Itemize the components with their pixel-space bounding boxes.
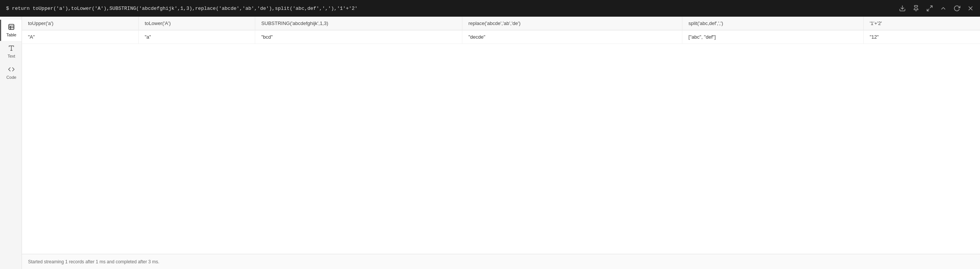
data-panel: toUpper('a') toLower('A') SUBSTRING('abc… [22, 17, 980, 269]
cell-replace: "decde" [462, 30, 682, 44]
cell-substring: "bcd" [255, 30, 462, 44]
table-container[interactable]: toUpper('a') toLower('A') SUBSTRING('abc… [22, 17, 980, 254]
svg-line-2 [931, 6, 932, 8]
top-bar-actions [899, 5, 974, 12]
table-icon [8, 24, 15, 31]
expand-icon[interactable] [926, 5, 933, 12]
sidebar-code-label: Code [6, 75, 16, 80]
sidebar-item-table[interactable]: Table [0, 20, 22, 41]
status-bar: Started streaming 1 records after 1 ms a… [22, 254, 980, 269]
col-header-toLower: toLower('A') [138, 17, 255, 30]
results-table: toUpper('a') toLower('A') SUBSTRING('abc… [22, 17, 980, 44]
sidebar-item-code[interactable]: Code [0, 62, 22, 83]
sidebar-table-label: Table [6, 33, 16, 37]
col-header-split: split('abc,def',',') [682, 17, 864, 30]
cell-toUpper: "A" [22, 30, 138, 44]
cell-split: ["abc", "def"] [682, 30, 864, 44]
table-header-row: toUpper('a') toLower('A') SUBSTRING('abc… [22, 17, 980, 30]
col-header-replace: replace('abcde','ab','de') [462, 17, 682, 30]
col-header-toUpper: toUpper('a') [22, 17, 138, 30]
cell-concat: "12" [863, 30, 980, 44]
sidebar-item-text[interactable]: Text [0, 41, 22, 62]
svg-rect-6 [9, 24, 14, 30]
up-icon[interactable] [940, 5, 947, 12]
refresh-icon[interactable] [953, 5, 960, 12]
status-message: Started streaming 1 records after 1 ms a… [28, 259, 159, 264]
cell-toLower: "a" [138, 30, 255, 44]
close-icon[interactable] [967, 5, 974, 12]
sidebar: Table Text Code [0, 17, 22, 269]
col-header-substring: SUBSTRING('abcdefghijk',1,3) [255, 17, 462, 30]
pin-icon[interactable] [913, 5, 920, 12]
sidebar-text-label: Text [8, 54, 15, 58]
svg-line-3 [927, 9, 929, 11]
code-icon [8, 66, 15, 73]
text-icon [8, 45, 15, 52]
main-content: Table Text Code [0, 17, 980, 269]
download-icon[interactable] [899, 5, 906, 12]
top-bar: $ return toUpper('a'),toLower('A'),SUBST… [0, 0, 980, 17]
table-row: "A" "a" "bcd" "decde" ["abc", "def"] "12… [22, 30, 980, 44]
col-header-concat: '1'+'2' [863, 17, 980, 30]
query-text: $ return toUpper('a'),toLower('A'),SUBST… [6, 6, 899, 11]
